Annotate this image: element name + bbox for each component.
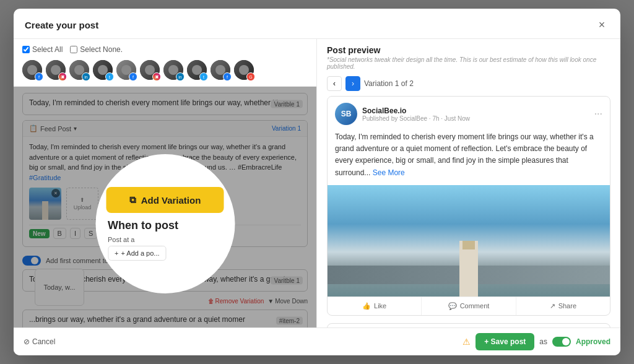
account-avatar-7[interactable]: in (163, 60, 183, 80)
account-avatar-6[interactable]: ▣ (140, 60, 160, 80)
select-all-label[interactable]: Select All (22, 45, 63, 54)
gm-badge-10: G (246, 72, 255, 81)
account-avatar-2[interactable]: ▣ (46, 60, 66, 80)
main-post-input-row: Today, I'm reminded to cherish every mom… (22, 93, 308, 115)
ig-badge-2: ▣ (58, 72, 67, 81)
see-more-btn[interactable]: See More (373, 168, 405, 177)
li-badge-7: in (176, 72, 185, 81)
variation-count: Variation 1 of 2 (364, 79, 414, 88)
spotlight-overlay: ⧉ Add Variation When to post Post at a +… (95, 154, 235, 293)
feed-post-header: 📋 Feed Post ▾ Variation 1 (23, 121, 307, 137)
variation-3-item: ...brings our way, whether it's a grand … (22, 310, 308, 327)
variation-1-label: Variation 1 (272, 125, 301, 132)
preview-card-1: SB SocialBee.io Published by SocialBee ·… (327, 96, 610, 316)
account-avatar-10[interactable]: G (234, 60, 254, 80)
italic-btn[interactable]: I (70, 228, 80, 239)
ppc1-info: SocialBee.io Published by SocialBee · 7h… (362, 106, 589, 122)
footer-right: ⚠ + Save post as Approved (462, 333, 610, 350)
trash-icon-2: 🗑 (208, 298, 214, 305)
tw-badge-4: t (105, 72, 114, 81)
feed-icon: 📋 (29, 124, 38, 132)
like-btn[interactable]: 👍 Like (328, 297, 422, 315)
li-badge-3: in (82, 72, 90, 81)
comment-btn[interactable]: 💬 Comment (422, 297, 516, 315)
copy-icon-spotlight: ⧉ (129, 194, 136, 206)
prev-variation-btn[interactable]: ‹ (327, 76, 342, 91)
remove-image-btn[interactable]: × (51, 189, 60, 197)
bold-btn[interactable]: B (53, 228, 66, 239)
lighthouse-element (459, 241, 478, 297)
main-post-input[interactable]: Today, I'm reminded to cherish every mom… (22, 93, 308, 115)
approved-label: Approved (576, 337, 610, 346)
variation-3-badge: #item-2 (276, 317, 303, 325)
when-to-post-spotlight: When to post (108, 219, 222, 232)
share-btn[interactable]: ↗ Share (516, 297, 610, 315)
feed-caret[interactable]: ▾ (74, 125, 77, 132)
preview-scroll: SB SocialBee.io Published by SocialBee ·… (317, 96, 620, 327)
account-avatar-4[interactable]: t (93, 60, 113, 80)
modal-title: Create your post (25, 20, 98, 30)
ppc1-image (328, 185, 610, 297)
accounts-row: f ▣ in t (22, 60, 308, 80)
account-avatar-1[interactable]: f (22, 60, 42, 80)
post-at-spotlight: Post at a (108, 236, 222, 243)
remove-variation-2-btn[interactable]: 🗑 Remove Variation (208, 298, 264, 305)
preview-title: Post preview (327, 45, 610, 55)
variation-2-badge: Varitble 1 (271, 277, 303, 285)
preview-nav: ‹ › Variation 1 of 2 (317, 74, 620, 96)
fb-badge-5: f (129, 72, 137, 81)
down-arrow-icon: ▼ (267, 298, 274, 305)
save-post-button[interactable]: + Save post (476, 333, 534, 350)
ppc1-avatar: SB (335, 103, 357, 125)
fb-badge-1: f (35, 72, 43, 81)
image-thumbnail[interactable]: × (29, 188, 61, 220)
preview-header: Post preview *Social networks tweak thei… (317, 39, 620, 74)
account-avatar-3[interactable]: in (69, 60, 89, 80)
account-avatar-8[interactable]: t (187, 60, 207, 80)
modal-footer: ⊘ Cancel ⚠ + Save post as Approved (14, 327, 620, 355)
approved-toggle[interactable] (552, 337, 571, 347)
preview-subtitle: *Social networks tweak their design all … (327, 56, 610, 70)
account-avatar-5[interactable]: f (116, 60, 136, 80)
ppc1-actions: 👍 Like 💬 Comment ↗ Share (328, 297, 610, 315)
cancel-button[interactable]: ⊘ Cancel (24, 337, 55, 346)
ppc1-text: Today, I'm reminded to cherish every mom… (328, 131, 610, 185)
select-none-checkbox[interactable] (70, 46, 77, 53)
upload-icon: ⬆ (80, 197, 85, 203)
add-post-schedule-spotlight-btn[interactable]: + + Add a po... (108, 246, 167, 261)
ppc1-options-btn[interactable]: ··· (594, 108, 602, 119)
add-comment-toggle[interactable] (22, 256, 41, 266)
cancel-icon: ⊘ (24, 337, 30, 346)
ppc1-name: SocialBee.io (362, 106, 589, 115)
add-variation-spotlight-btn[interactable]: ⧉ Add Variation (106, 187, 224, 213)
comment-icon: 💬 (448, 302, 457, 310)
variation-3-input[interactable]: ...brings our way, whether it's a grand … (22, 310, 308, 327)
select-none-label[interactable]: Select None. (70, 45, 123, 54)
ig-badge-6: ▣ (152, 72, 161, 81)
share-icon: ↗ (550, 302, 555, 310)
like-icon: 👍 (362, 302, 371, 310)
as-label: as (539, 337, 547, 346)
fb-badge-9: f (223, 72, 232, 81)
tw-badge-8: t (199, 72, 208, 81)
account-avatar-9[interactable]: f (211, 60, 230, 80)
varitble-badge: Varitble 1 (271, 100, 303, 108)
ppc1-header: SB SocialBee.io Published by SocialBee ·… (328, 97, 610, 131)
ppc1-meta: Published by SocialBee · 7h · Just Now (362, 115, 589, 122)
preview-card-2: 🐝 SocialBee @SocialBeeHQ ··· Today, I'm … (327, 323, 610, 327)
upload-button[interactable]: ⬆ Upload (66, 188, 98, 220)
next-variation-btn[interactable]: › (345, 76, 360, 91)
new-btn[interactable]: New (29, 229, 50, 238)
warning-icon: ⚠ (462, 337, 471, 347)
move-down-2-btn[interactable]: ▼ Move Down (267, 298, 308, 305)
select-all-checkbox[interactable] (22, 46, 30, 53)
close-button[interactable]: × (594, 17, 609, 32)
